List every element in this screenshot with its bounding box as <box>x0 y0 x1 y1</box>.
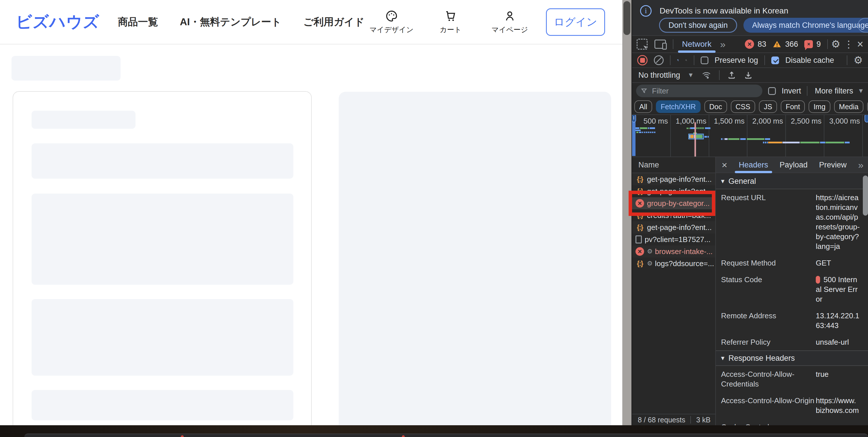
overview-left-handle[interactable]: I <box>632 115 636 123</box>
disable-cache-checkbox[interactable] <box>771 57 779 64</box>
device-toolbar-icon[interactable] <box>654 40 666 49</box>
timeline-tick-label: 3,000 ms <box>829 117 860 126</box>
tab-payload[interactable]: Payload <box>780 161 808 169</box>
request-type-icon <box>636 247 644 256</box>
console-errors-count[interactable]: 83 <box>757 40 766 49</box>
more-filters-button[interactable]: More filters ▼ <box>815 87 864 96</box>
request-type-chip[interactable]: Media <box>834 100 863 113</box>
devtools-close-icon[interactable]: × <box>857 39 863 49</box>
request-row[interactable]: ⚙ get-page-info?ent... <box>632 222 715 233</box>
request-type-chip[interactable]: Doc <box>704 100 727 113</box>
more-tabs-chevron-icon[interactable]: » <box>720 39 725 50</box>
console-warnings-count[interactable]: 366 <box>785 40 798 49</box>
request-row[interactable]: ⚙ logs?ddsource=... <box>632 258 715 270</box>
timeline-gridline: 2,500 ms <box>824 115 825 157</box>
triangle-expanded-icon: ▼ <box>720 178 725 184</box>
tab-network[interactable]: Network <box>680 40 713 49</box>
timeline-gridline: 3,000 ms <box>862 115 863 157</box>
filter-toggle-icon[interactable] <box>677 56 679 65</box>
tab-headers[interactable]: Headers <box>739 161 768 169</box>
request-row[interactable]: ⚙ pv?client=1B7527... <box>632 233 715 245</box>
request-type-chip[interactable]: Img <box>809 100 830 113</box>
request-type-chip[interactable]: Font <box>781 100 805 113</box>
more-detail-tabs-chevron-icon[interactable]: » <box>858 160 864 171</box>
waterfall-segment <box>687 128 688 129</box>
preserve-log-label: Preserve log <box>715 56 758 65</box>
dont-show-again-button[interactable]: Don't show again <box>659 18 737 33</box>
triangle-expanded-icon: ▼ <box>720 355 725 362</box>
request-row[interactable]: ⚙ credits?auth=b&k... <box>632 209 715 222</box>
request-type-chip[interactable]: JS <box>759 100 777 113</box>
preserve-log-checkbox[interactable] <box>701 57 708 64</box>
page-scrollbar-thumb[interactable] <box>623 1 630 35</box>
gear-icon: ⚙ <box>647 248 653 255</box>
window-dot <box>181 435 184 437</box>
search-icon[interactable] <box>685 56 687 65</box>
issues-count[interactable]: 9 <box>816 40 820 49</box>
nav-item[interactable]: AI・無料テンプレート <box>180 15 282 29</box>
nav-item[interactable]: ご利用ガイド <box>303 15 365 29</box>
requests-name-column-header[interactable]: Name <box>632 157 715 173</box>
waterfall-segment <box>820 142 825 143</box>
request-type-chip[interactable]: Fetch/XHR <box>656 100 701 113</box>
issues-icon[interactable]: × <box>804 40 813 48</box>
tab-preview[interactable]: Preview <box>819 161 847 169</box>
clear-network-log-button[interactable] <box>654 55 663 65</box>
request-type-chips: AllFetch/XHRDocCSSJSFontImgMediaManifest… <box>632 99 868 115</box>
cart-button[interactable]: カート <box>428 9 474 34</box>
request-details-pane: × Headers Payload Preview » ▼ General Re… <box>715 157 868 425</box>
request-name: get-page-info?ent... <box>647 223 712 232</box>
separator <box>670 55 671 65</box>
site-logo[interactable]: ビズハウズ <box>16 11 100 33</box>
request-type-chip[interactable]: CSS <box>731 100 755 113</box>
waterfall-segment <box>691 135 693 138</box>
waterfall-segment <box>705 127 710 129</box>
import-har-icon[interactable] <box>727 71 736 80</box>
header-value: https://aicreation.miricanvas.com/api/pr… <box>816 193 860 251</box>
filter-input[interactable] <box>652 86 758 96</box>
network-settings-icon[interactable]: ⚙ <box>854 55 863 65</box>
record-network-log-button[interactable] <box>637 55 648 65</box>
request-type-chip[interactable]: All <box>634 100 652 113</box>
my-design-button[interactable]: マイデザイン <box>369 9 414 34</box>
overview-right-handle[interactable] <box>865 115 868 123</box>
my-page-button[interactable]: マイページ <box>487 9 533 34</box>
waterfall-segment <box>721 138 723 140</box>
inspect-element-icon[interactable] <box>637 39 648 49</box>
network-conditions-icon[interactable] <box>701 71 712 80</box>
separator <box>690 416 691 424</box>
request-row[interactable]: ⚙ browser-intake-... <box>632 245 715 258</box>
header-name: Status Code <box>721 275 816 304</box>
devtools-infobar: i DevTools is now available in Korean Do… <box>632 0 868 36</box>
waterfall-segment <box>740 138 746 140</box>
details-scrollbar-thumb[interactable] <box>863 175 868 215</box>
timeline-gridline: 1,500 ms <box>747 115 747 157</box>
request-row[interactable]: ⚙ get-page-info?ent... <box>632 185 715 197</box>
console-warnings-icon[interactable] <box>772 40 782 48</box>
devtools-menu-icon[interactable]: ⋮ <box>844 39 854 49</box>
header-row: Access-Control-Allow-Origin https://www.… <box>716 392 868 418</box>
response-headers-section-header[interactable]: ▼ Response Headers <box>716 350 868 366</box>
header-row: Referrer Policy unsafe-url <box>716 334 868 350</box>
page-scrollbar[interactable] <box>622 0 631 425</box>
general-section-header[interactable]: ▼ General <box>716 174 868 189</box>
details-scrollbar[interactable] <box>863 175 868 424</box>
network-overview-timeline[interactable]: 500 ms 1,000 ms 1,500 ms 2,000 ms <box>632 115 868 157</box>
header-row: Cache-Control no- <box>716 418 868 425</box>
close-details-icon[interactable]: × <box>722 160 727 171</box>
match-language-button[interactable]: Always match Chrome's language <box>743 18 868 33</box>
login-button[interactable]: ログイン <box>546 8 605 36</box>
invert-checkbox[interactable] <box>768 87 776 95</box>
info-icon: i <box>640 5 652 16</box>
devtools-settings-icon[interactable]: ⚙ <box>831 39 840 49</box>
nav-item[interactable]: 商品一覧 <box>118 15 158 29</box>
overview-left-selection-bar[interactable] <box>632 122 636 156</box>
headers-body: ▼ General Request URL https://aicreation… <box>716 174 868 425</box>
request-row[interactable]: ⚙ group-by-categor... <box>632 197 715 209</box>
throttling-select[interactable]: No throttling ▼ <box>639 71 694 80</box>
site-header: ビズハウズ 商品一覧AI・無料テンプレートご利用ガイド マイデザイン <box>0 0 622 44</box>
console-errors-icon[interactable]: × <box>745 40 754 49</box>
skeleton-block <box>32 143 293 179</box>
export-har-icon[interactable] <box>744 71 753 80</box>
request-row[interactable]: ⚙ get-page-info?ent... <box>632 173 715 185</box>
